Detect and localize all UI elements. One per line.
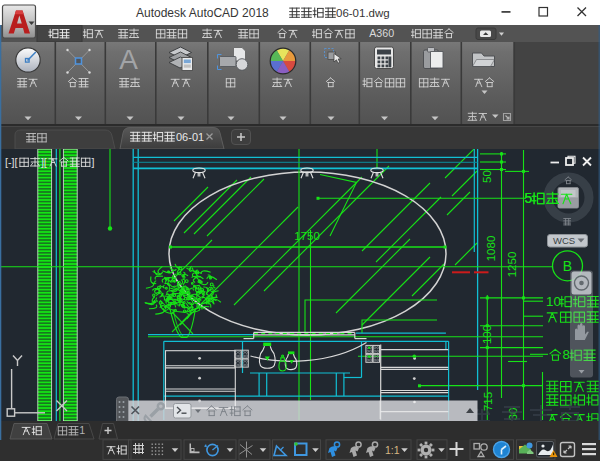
svg-text:A360: A360 bbox=[369, 27, 394, 39]
svg-text:B: B bbox=[563, 258, 572, 274]
svg-text:100: 100 bbox=[481, 325, 493, 344]
svg-text:WCS: WCS bbox=[553, 235, 575, 246]
svg-text:5: 5 bbox=[525, 191, 533, 206]
svg-text:Autodesk AutoCAD 2018: Autodesk AutoCAD 2018 bbox=[136, 6, 269, 20]
svg-text:[-][: [-][ bbox=[5, 156, 17, 168]
svg-text:8: 8 bbox=[563, 347, 570, 362]
svg-text:][: ][ bbox=[41, 156, 47, 168]
svg-text:10: 10 bbox=[546, 294, 561, 309]
svg-text:50: 50 bbox=[481, 170, 493, 183]
svg-text:1750: 1750 bbox=[294, 230, 320, 242]
svg-text:A: A bbox=[119, 44, 138, 75]
svg-text:]: ] bbox=[92, 156, 95, 168]
svg-text:06-01: 06-01 bbox=[176, 131, 204, 143]
svg-text:715: 715 bbox=[482, 392, 494, 411]
svg-text:06-01.dwg: 06-01.dwg bbox=[336, 7, 390, 19]
svg-text:1250: 1250 bbox=[506, 252, 518, 278]
svg-text:1:1: 1:1 bbox=[385, 444, 400, 456]
svg-text:1: 1 bbox=[79, 424, 85, 436]
svg-text:1080: 1080 bbox=[485, 236, 497, 262]
